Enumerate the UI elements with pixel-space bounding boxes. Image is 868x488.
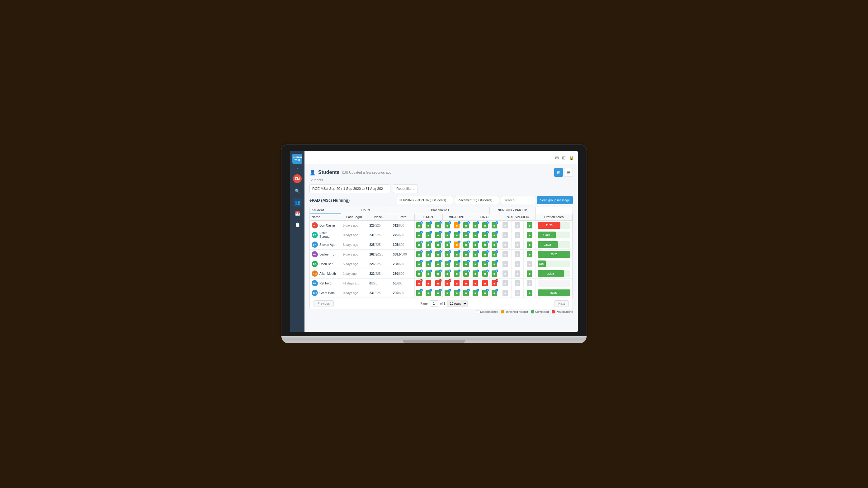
proficiency-value: 8/23 [539, 262, 545, 265]
doc-icon: 1▦ [473, 261, 478, 267]
doc-icon: 1▦ [454, 290, 460, 296]
rows-per-page-select[interactable]: 10 rows 25 rows 50 rows [447, 300, 468, 307]
page-header: 👤 Students (10) Updated a few seconds ag… [309, 168, 573, 177]
doc-icon: 1▦ [426, 232, 431, 238]
doc-icon: 1▦ [416, 270, 422, 277]
search-nav-icon[interactable]: 🔍 [293, 187, 302, 195]
doc-icon: ▦ [426, 280, 431, 286]
mail-icon[interactable]: ✉ [555, 155, 559, 160]
threshold-label: Threshold not met [505, 310, 528, 314]
table-row[interactable]: AMAllan Mouth1 day ago222/225230/6001▦1▦… [310, 269, 572, 279]
completed-dot [531, 310, 534, 314]
nursing-group-header: NURSING - PART 3a [490, 207, 536, 214]
doc-icon: 1▦ [463, 261, 469, 267]
send-group-message-btn[interactable]: Send group message [537, 196, 573, 204]
doc-icon: ▦ [515, 222, 520, 228]
doc-icon: 1▦ [444, 251, 450, 257]
list-view-btn[interactable]: ☰ [564, 168, 573, 177]
proficiency-value: 20/23 [547, 272, 555, 275]
doc-icon: 2▦ [482, 222, 488, 228]
page-label: Page [420, 302, 428, 305]
table-row[interactable]: DTDarleen Ton9 days ago262.5/225338.5/60… [310, 250, 572, 259]
table-row[interactable]: DCDon Caster5 days ago225/225312/6001▦1▦… [310, 220, 572, 230]
threshold-legend: Threshold not met [501, 310, 528, 314]
not-completed-dot [476, 310, 479, 314]
doc-icon: MI▦ [444, 280, 450, 286]
doc-icon: ▦ [515, 270, 520, 277]
threshold-dot [501, 310, 504, 314]
past-deadline-dot [552, 310, 555, 314]
doc-icon: 1▦ [473, 290, 478, 296]
student-avatar: AM [312, 270, 318, 277]
doc-icon: ▦ [502, 232, 508, 238]
search-input[interactable] [501, 196, 535, 204]
previous-btn[interactable]: Previous [313, 300, 334, 307]
page-content: 👤 Students (10) Updated a few seconds ag… [305, 164, 578, 332]
doc-icon: 1▦ [416, 241, 422, 248]
doc-icon: ▦ [502, 251, 508, 257]
student-name: Steven Age [319, 243, 335, 247]
students-table: Student Hours Placement 1 NURSING - PART… [309, 207, 573, 309]
reports-nav-icon[interactable]: 📋 [293, 220, 302, 229]
calendar-nav-icon[interactable]: 📅 [293, 209, 302, 218]
nursing-filter[interactable]: NURSING - PART 3a (8 students) [397, 196, 453, 204]
student-name: Grant Ham [319, 291, 335, 295]
page-number-input[interactable] [430, 300, 438, 306]
table-row[interactable]: SASteven Age6 days ago225/225305/6001▦2▦… [310, 240, 572, 250]
user-avatar[interactable]: EM [293, 174, 302, 183]
doc-icon: 1▦ [416, 290, 422, 296]
placement-filter[interactable]: Placement 1 (8 students) [455, 196, 499, 204]
students-nav-icon[interactable]: 👥 [293, 198, 302, 207]
doc-icon: 1▦ [444, 261, 450, 267]
doc-icon: 1▦ [482, 261, 488, 267]
student-name: Darleen Ton [319, 253, 336, 256]
grid-icon[interactable]: ⊞ [562, 155, 566, 160]
doc-icon: ▦ [473, 280, 478, 286]
cohort-filter[interactable]: ROE MSci Sep-20 ( 1 Sep 2020 to 31 Aug 2… [309, 184, 391, 193]
proficiency-cell: 23/23 [535, 288, 572, 298]
doc-icon: ▦ [515, 241, 520, 248]
app-logo[interactable]: Learnin Wise [292, 154, 302, 164]
col-sub-header-row: Name Last Login Place... Part START MID-… [310, 214, 572, 220]
sidebar: Learnin Wise › EM 🔍 👥 📅 📋 [290, 151, 305, 332]
doc-icon: 1▦ [492, 241, 497, 248]
main-content: ✉ ⊞ 🔒 👤 Students (10) Updated a few seco… [305, 151, 578, 332]
doc-icon: 2▦ [426, 241, 431, 248]
doc-icon: ▦ [527, 270, 532, 277]
student-avatar: GH [312, 290, 318, 296]
grid-view-btn[interactable]: ⊞ [554, 168, 563, 177]
next-btn[interactable]: Next [554, 300, 569, 307]
doc-icon: ▦ [502, 222, 508, 228]
name-col-header: Name [310, 214, 341, 220]
proficiency-value: 16/23 [543, 233, 550, 236]
table-row[interactable]: PBPeter Borough0 days ago231/225275/6001… [310, 230, 572, 240]
lock-icon[interactable]: 🔒 [569, 155, 574, 160]
doc-icon: ▦ [527, 280, 532, 286]
doc-icon: ▦ [502, 241, 508, 248]
of-label: of 1 [440, 302, 445, 305]
topbar-icons: ✉ ⊞ 🔒 [555, 155, 574, 160]
doc-icon: PD▦ [416, 280, 422, 286]
proficiency-cell: 23/23 [535, 250, 572, 259]
table-row[interactable]: DBDoon Bar5 days ago226/225298/6001▦1▦1▦… [310, 259, 572, 269]
doc-icon: 1▦ [492, 261, 497, 267]
proficiency-value: 23/23 [551, 253, 558, 256]
doc-icon: 1▦ [444, 290, 450, 296]
doc-icon: 1▦ [435, 232, 441, 238]
table-row[interactable]: RFRet Ford41 days a...0/22556/600PD▦▦FAA… [310, 279, 572, 288]
doc-icon: FAA▦ [435, 280, 441, 286]
doc-icon: 1▦ [473, 241, 478, 248]
doc-icon: ▦ [454, 280, 460, 286]
place-hours-col-header: Place... [367, 214, 391, 220]
doc-icon: 2▦ [482, 241, 488, 248]
past-deadline-label: Past deadline [556, 310, 573, 314]
student-avatar: DB [312, 261, 318, 267]
legend-row: Not completed Threshold not met Complete… [309, 309, 573, 315]
sidebar-expand-btn[interactable]: › [297, 166, 298, 170]
reset-filters-btn[interactable]: Reset filters [393, 184, 418, 193]
doc-icon: 1▦ [444, 232, 450, 238]
start-col-header: START [414, 214, 443, 220]
part-specific-col-header: PART SPECIFIC [499, 214, 535, 220]
doc-icon: 1▦ [435, 222, 441, 228]
table-row[interactable]: GHGrant Ham0 days ago231/225295/6001▦1▦1… [310, 288, 572, 298]
